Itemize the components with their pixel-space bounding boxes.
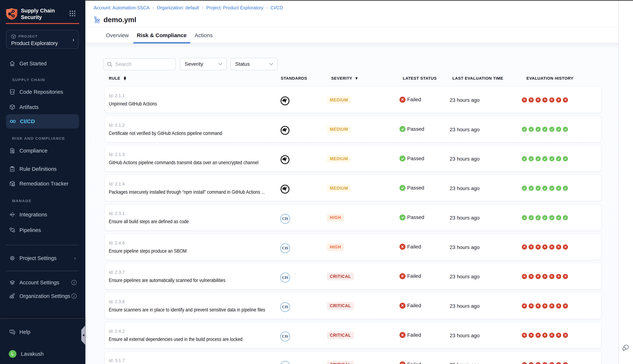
- failed-icon: ✕: [563, 274, 568, 279]
- failed-icon: ✕: [400, 332, 406, 338]
- owasp-standard-icon: [280, 155, 290, 165]
- failed-icon: ✕: [563, 362, 568, 364]
- tab-risk-compliance[interactable]: Risk & Compliance: [133, 27, 190, 44]
- sidebar-item-remediation-tracker[interactable]: Remediation Tracker: [0, 178, 85, 190]
- main-content: Severity Status RULE▲▼STANDARDSSEVERITY▼…: [85, 43, 618, 364]
- rule-id: Id: 2.4.6: [109, 240, 125, 246]
- breadcrumb-link[interactable]: CI/CD: [270, 5, 283, 10]
- table-row[interactable]: Id: 2.1.4Packages insecurely installed t…: [105, 175, 601, 201]
- passed-icon: [400, 156, 406, 162]
- failed-icon: ✕: [528, 98, 534, 102]
- table-body: Id: 2.1.1Unpinned GitHub ActionsMEDIUM✕F…: [85, 43, 618, 364]
- sidebar-item-integrations[interactable]: Integrations: [0, 208, 85, 221]
- shield-logo-icon: [6, 8, 18, 20]
- failed-icon: ✕: [400, 97, 406, 103]
- sidebar-item-code-repositories[interactable]: Code Repositories: [0, 86, 85, 98]
- rule-id: Id: 2.3.7: [109, 270, 125, 275]
- failed-icon: ✕: [556, 274, 561, 279]
- passed-icon: [542, 156, 548, 161]
- project-box-icon: [11, 34, 16, 39]
- passed-icon: [536, 127, 541, 132]
- breadcrumb-link[interactable]: Organization: default: [157, 5, 199, 10]
- failed-icon: ✕: [542, 362, 548, 364]
- failed-icon: ✕: [522, 362, 527, 364]
- sidebar-item-artifacts[interactable]: Artifacts: [0, 101, 85, 113]
- table-row[interactable]: Id: 3.1.7CISCRITICAL✕Failed23 hours ago✕…: [105, 351, 601, 364]
- last-evaluation-time: 23 hours ago: [450, 127, 480, 132]
- table-row[interactable]: Id: 2.1.2Certificate not verified by Git…: [105, 116, 601, 142]
- passed-icon: [536, 156, 541, 161]
- failed-icon: ✕: [536, 333, 541, 338]
- latest-status: ✕Failed: [400, 244, 421, 250]
- table-row[interactable]: Id: 2.3.7Ensure pipelines are automatica…: [105, 263, 601, 289]
- sidebar-item-label: Rule Definitions: [20, 166, 56, 172]
- passed-icon: [549, 215, 554, 220]
- sidebar-item-account-settings[interactable]: Account Settingsi: [0, 276, 85, 289]
- table-row[interactable]: Id: 2.4.6Ensure pipeline steps produce a…: [105, 234, 601, 260]
- table-row[interactable]: Id: 2.4.2Ensure all external dependencie…: [105, 322, 601, 348]
- user-avatar: L: [9, 350, 16, 358]
- breadcrumb-link[interactable]: Account: Automation-SSCA: [94, 5, 150, 10]
- sidebar-item-pipelines[interactable]: Pipelines: [0, 224, 85, 236]
- sidebar-item-help[interactable]: ?Help: [0, 326, 85, 338]
- passed-icon: [556, 156, 561, 161]
- last-evaluation-time: 23 hours ago: [450, 156, 480, 162]
- failed-icon: ✕: [536, 362, 541, 364]
- tab-actions[interactable]: Actions: [191, 27, 216, 44]
- breadcrumb-separator-icon: ›: [202, 6, 203, 10]
- infinity-icon: [9, 118, 16, 125]
- cis-standard-icon: CIS: [280, 332, 290, 342]
- breadcrumb-separator-icon: ›: [266, 6, 268, 10]
- rule-id: Id: 2.3.8: [109, 299, 125, 304]
- app-grid-icon[interactable]: [70, 10, 76, 16]
- project-name: Product Exploratory: [11, 40, 58, 46]
- pipeline-title-icon: [94, 16, 101, 24]
- table-row[interactable]: Id: 2.1.3GitHub Actions pipeline command…: [105, 146, 601, 172]
- section-label: SUPPLY CHAIN: [12, 78, 45, 82]
- project-label: PROJECT: [18, 34, 38, 38]
- failed-icon: ✕: [536, 304, 541, 308]
- table-row[interactable]: Id: 2.3.1Ensure all build steps are defi…: [105, 204, 601, 230]
- layers-icon: [9, 280, 16, 286]
- failed-icon: ✕: [522, 274, 527, 279]
- sidebar-divider: [6, 271, 79, 271]
- right-gutter: [618, 1, 633, 364]
- failed-icon: ✕: [522, 333, 527, 338]
- passed-icon: [528, 215, 534, 220]
- table-row[interactable]: Id: 2.1.1Unpinned GitHub ActionsMEDIUM✕F…: [105, 86, 601, 112]
- help-chat-icon: ?: [9, 329, 16, 335]
- tab-overview[interactable]: Overview: [102, 27, 132, 44]
- sidebar-item-cicd[interactable]: CI/CD: [6, 114, 79, 128]
- tab-bar: OverviewRisk & ComplianceActions: [102, 27, 217, 44]
- failed-icon: ✕: [556, 98, 561, 102]
- status-label: Passed: [407, 126, 424, 132]
- owasp-standard-icon: [280, 184, 290, 194]
- doc-icon: [9, 148, 16, 154]
- evaluation-history: ✕✕✕✕✕✕✕: [522, 274, 570, 279]
- failed-icon: ✕: [522, 244, 527, 250]
- chat-help-icon[interactable]: [622, 344, 630, 352]
- sidebar-item-rule-definitions[interactable]: Rule Definitions: [0, 163, 85, 175]
- sidebar-item-get-started[interactable]: Get Started: [0, 57, 85, 70]
- last-evaluation-time: 23 hours ago: [450, 244, 480, 250]
- sidebar-item-label: Artifacts: [20, 104, 39, 110]
- failed-icon: ✕: [528, 274, 534, 279]
- user-menu[interactable]: LLavakush: [0, 348, 85, 360]
- table-row[interactable]: Id: 2.3.8Ensure scanners are in place to…: [105, 292, 601, 318]
- clipboard-icon: [9, 166, 16, 172]
- home-icon: [9, 60, 16, 67]
- window-top-strip: [85, 0, 633, 1]
- repo-icon: [9, 89, 16, 95]
- breadcrumb-link[interactable]: Project: Product Exploratory: [206, 5, 263, 10]
- sidebar-item-label: Organization Settings: [20, 293, 70, 299]
- sidebar-item-compliance[interactable]: Compliance: [0, 144, 85, 157]
- project-selector[interactable]: PROJECT Product Exploratory ›: [6, 30, 78, 49]
- evaluation-history: ✕✕✕✕✕✕✕: [522, 244, 570, 250]
- sidebar-item-organization-settings[interactable]: Organization Settingsi: [0, 290, 85, 302]
- latest-status: ✕Failed: [400, 273, 421, 279]
- sidebar-item-project-settings[interactable]: Project Settings›: [0, 252, 85, 264]
- latest-status: Passed: [400, 185, 424, 191]
- rule-name: Unpinned GitHub Actions: [109, 101, 157, 107]
- sidebar-item-label: Integrations: [20, 212, 47, 218]
- org-icon: [9, 293, 16, 299]
